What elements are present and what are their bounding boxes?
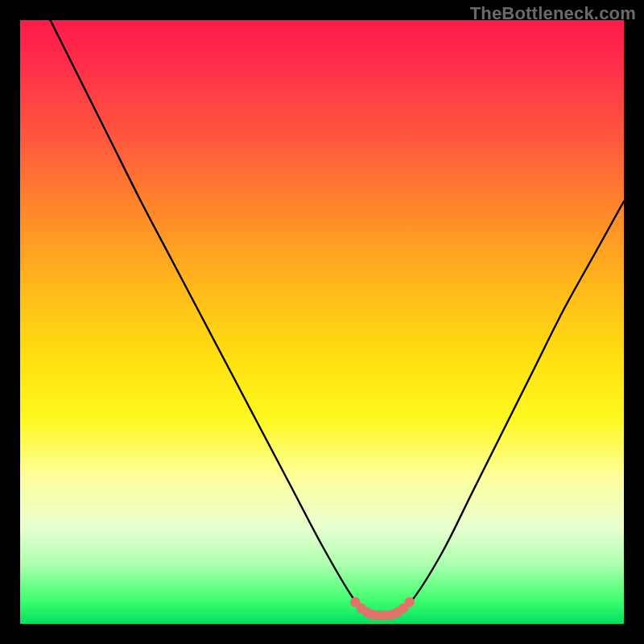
trough-marker [374,610,384,620]
chart-frame: TheBottleneck.com [0,0,644,644]
watermark-text: TheBottleneck.com [470,3,636,24]
trough-marker [398,603,408,613]
trough-marker [386,610,396,620]
trough-marker [405,597,415,607]
trough-marker [362,608,372,617]
trough-marker [369,610,378,620]
plot-area [20,20,624,624]
trough-marker [393,608,402,617]
trough-marker [381,610,390,620]
trough-markers [350,597,415,621]
trough-marker [357,603,366,613]
curve-layer [20,20,624,624]
trough-marker [350,597,360,607]
bottleneck-curve [51,20,625,617]
